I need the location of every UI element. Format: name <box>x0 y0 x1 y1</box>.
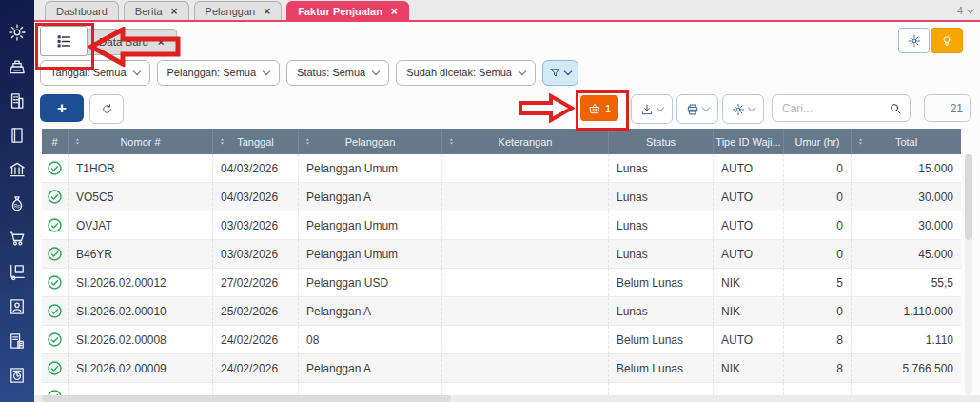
column-header-keterangan[interactable]: Keterangan <box>441 129 608 154</box>
sidebar-item-cart[interactable] <box>0 229 34 248</box>
subtab-data-baru[interactable]: Data Baru × <box>87 29 177 55</box>
cell-umur: 8 <box>783 354 851 382</box>
check-circle-icon <box>47 217 63 233</box>
search-box <box>772 94 911 122</box>
sidebar-item-person-report[interactable] <box>0 297 34 316</box>
sidebar-item-hand-truck[interactable] <box>0 263 34 282</box>
cell-tipe-id <box>713 383 783 395</box>
sidebar-item-tax-document[interactable] <box>0 332 34 351</box>
download-icon <box>640 103 654 116</box>
cell-total: 1.110.000 <box>851 297 961 325</box>
tab-pelanggan[interactable]: Pelanggan× <box>194 1 283 20</box>
sidebar-item-pie-report[interactable] <box>0 366 34 385</box>
open-tab-count: 4 <box>957 5 963 16</box>
cell-tanggal: 03/03/2026 <box>212 211 298 239</box>
column-header-nomor[interactable]: Nomor # <box>68 129 212 154</box>
gear-icon <box>908 34 921 48</box>
add-button[interactable]: + <box>40 94 84 122</box>
check-circle-icon <box>47 246 63 262</box>
sidebar-item-book[interactable] <box>0 126 34 145</box>
table-row[interactable] <box>42 383 961 395</box>
table-row[interactable]: SI.2026.02.0001227/02/2026Pelanggan USDB… <box>42 269 961 297</box>
table-header-row: #Nomor #TanggalPelangganKeteranganStatus… <box>42 129 961 154</box>
cell-nomor: SI.2026.02.00009 <box>68 354 212 382</box>
chevron-down-icon <box>132 67 140 74</box>
sidebar-item-bank[interactable] <box>0 160 34 179</box>
check-circle-icon <box>47 303 63 319</box>
tab-berita[interactable]: Berita× <box>124 1 189 20</box>
cart-icon <box>8 229 27 248</box>
sidebar-item-cash-register[interactable] <box>0 57 34 76</box>
cell-nomor: B46YR <box>68 240 212 268</box>
funnel-icon <box>549 67 561 79</box>
table-row[interactable]: B46YR03/03/2026Pelanggan UmumLunasAUTO04… <box>42 240 961 269</box>
filter-status[interactable]: Status: Semua <box>286 60 389 86</box>
column-header-pelanggan[interactable]: Pelanggan <box>298 129 441 154</box>
column-header-tipe-id-waji[interactable]: Tipe ID Waji... <box>713 129 783 154</box>
printer-icon <box>686 103 699 116</box>
refresh-button[interactable] <box>89 94 124 124</box>
sidebar-item-money-bag-rp[interactable]: Rp <box>0 194 34 213</box>
open-tab-count-dropdown[interactable]: 4 <box>957 5 973 16</box>
table-settings-button[interactable] <box>722 94 764 124</box>
tab-bar: DashboardBerita×Pelanggan×Faktur Penjual… <box>34 0 980 22</box>
close-icon[interactable]: × <box>158 36 165 48</box>
column-header-status[interactable]: Status <box>608 129 713 154</box>
sidebar-item-building[interactable] <box>0 91 34 111</box>
gear-icon <box>8 23 27 42</box>
table-row[interactable]: T1HOR04/03/2026Pelanggan UmumLunasAUTO01… <box>42 154 961 183</box>
column-header-total[interactable]: Total <box>851 129 961 154</box>
filter-pelanggan[interactable]: Pelanggan: Semua <box>157 60 281 86</box>
cell-status: Lunas <box>608 211 713 239</box>
close-icon[interactable]: × <box>391 6 398 17</box>
vertical-scrollbar-thumb[interactable] <box>965 154 972 240</box>
table-row[interactable]: VO5C504/03/2026Pelanggan ALunasAUTO030.0… <box>42 183 961 211</box>
horizontal-scrollbar-thumb[interactable] <box>42 395 451 402</box>
book-icon <box>8 126 27 145</box>
chevron-down-icon <box>657 104 664 111</box>
cell-pelanggan: Pelanggan A <box>298 354 441 382</box>
close-icon[interactable]: × <box>171 6 178 17</box>
horizontal-scrollbar[interactable] <box>34 395 980 402</box>
sidebar-item-gear[interactable] <box>0 23 34 42</box>
table-row[interactable]: OVJAT03/03/2026Pelanggan UmumLunasAUTO03… <box>42 211 961 240</box>
vertical-scrollbar[interactable] <box>965 154 972 395</box>
column-header-umur-hr[interactable]: Umur (hr) <box>783 129 851 154</box>
check-circle-icon <box>47 360 63 376</box>
print-button[interactable] <box>676 94 718 124</box>
column-label: Tanggal <box>237 136 274 148</box>
cell-pelanggan: Pelanggan Umum <box>298 211 441 239</box>
filter-bar: Tanggal: SemuaPelanggan: SemuaStatus: Se… <box>40 59 578 86</box>
list-view-tab[interactable] <box>40 26 88 56</box>
cell-tanggal: 24/02/2026 <box>212 326 298 353</box>
download-button[interactable] <box>631 94 673 124</box>
column-header-col[interactable]: # <box>42 129 68 154</box>
view-settings-button[interactable] <box>898 28 930 53</box>
cell-keterangan <box>441 211 608 239</box>
column-header-tanggal[interactable]: Tanggal <box>212 129 298 154</box>
sort-icon <box>304 135 312 148</box>
basket-button[interactable]: 1 <box>580 95 618 121</box>
cell-keterangan <box>441 269 608 296</box>
cell-tanggal: 25/02/2026 <box>212 297 298 325</box>
filter-tanggal[interactable]: Tanggal: Semua <box>40 60 150 86</box>
close-icon[interactable]: × <box>264 6 270 17</box>
cell-tipe-id: NIK <box>713 297 783 325</box>
filter-sudah-dicetak[interactable]: Sudah dicetak: Semua <box>396 60 536 86</box>
table-row[interactable]: SI.2026.02.0000824/02/202608Belum LunasA… <box>42 326 961 354</box>
column-label: Tipe ID Waji... <box>715 136 780 148</box>
tab-dashboard[interactable]: Dashboard <box>45 1 119 20</box>
tab-label: Pelanggan <box>206 6 256 17</box>
advanced-filter-button[interactable] <box>542 60 578 86</box>
hint-button[interactable] <box>931 28 963 53</box>
chevron-down-icon <box>967 5 974 12</box>
cell-status: Lunas <box>608 297 713 325</box>
table-row[interactable]: SI.2026.02.0000924/02/2026Pelanggan ABel… <box>42 354 961 383</box>
svg-text:Rp: Rp <box>14 203 21 209</box>
table-row[interactable]: SI.2026.02.0001025/02/2026Pelanggan ALun… <box>42 297 961 326</box>
tab-faktur-penjualan[interactable]: Faktur Penjualan× <box>286 1 409 20</box>
cell-status: Belum Lunas <box>608 354 713 382</box>
search-input[interactable] <box>780 101 883 116</box>
chevron-down-icon <box>564 67 572 74</box>
table-body: T1HOR04/03/2026Pelanggan UmumLunasAUTO01… <box>42 154 961 395</box>
